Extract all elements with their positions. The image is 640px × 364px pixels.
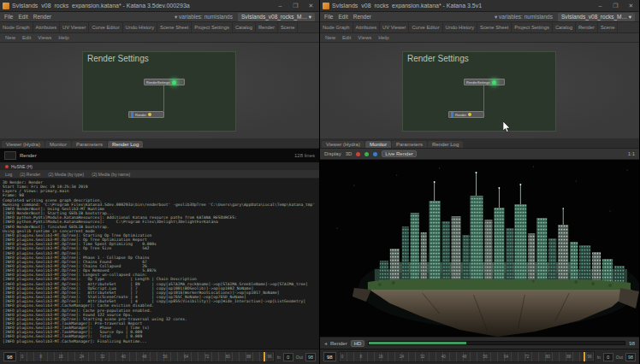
blue-channel-toggle[interactable] xyxy=(373,152,377,156)
toolbar-tab[interactable]: Project Settings xyxy=(512,22,553,32)
panel-menu-item[interactable]: Help xyxy=(58,35,68,40)
toolbar-tab[interactable]: Undo History xyxy=(123,22,158,32)
ruler-label: 16 xyxy=(59,355,63,361)
toolbar-tab[interactable]: Attributes xyxy=(353,22,381,32)
menu-item[interactable]: Edit xyxy=(18,14,27,20)
toolbar-tab[interactable]: Scene Sheet xyxy=(477,22,512,32)
view-mode-dropdown[interactable]: 3D xyxy=(346,151,353,156)
menu-item[interactable]: File xyxy=(324,14,333,20)
toolbar-tab[interactable]: Catalog xyxy=(233,22,256,32)
panel-tab[interactable]: Parameters xyxy=(392,141,427,148)
toolbar-tab[interactable]: Attributes xyxy=(33,22,61,32)
playhead[interactable] xyxy=(264,352,265,361)
current-frame-field[interactable]: 98 xyxy=(3,352,16,361)
in-field[interactable]: 0 xyxy=(283,353,293,361)
panel-tab[interactable]: Render Log xyxy=(108,141,143,148)
minimize-button[interactable]: – xyxy=(274,3,287,9)
timeline[interactable]: 98 081624324048566472808896 In 0 Out 98 xyxy=(320,349,639,364)
panel-menu-item[interactable]: Help xyxy=(378,35,388,40)
in-field[interactable]: 0 xyxy=(603,353,613,361)
panel-menu-item[interactable]: Views xyxy=(358,35,371,40)
render-viewport[interactable] xyxy=(320,160,639,337)
render-node[interactable]: Render xyxy=(128,111,164,118)
toolbar-tab[interactable]: UV Viewer xyxy=(380,22,409,32)
log-filter-tab[interactable]: (2) Media (by name) xyxy=(92,172,130,177)
toolbar-tab[interactable]: UV Viewer xyxy=(60,22,89,32)
menu-item[interactable]: Edit xyxy=(338,14,347,20)
toolbar-tab[interactable]: Node Graph xyxy=(0,22,33,32)
playhead[interactable] xyxy=(584,352,585,361)
out-field[interactable]: 98 xyxy=(305,353,316,361)
toolbar-tab[interactable]: Undo History xyxy=(443,22,478,32)
toolbar-tab[interactable]: Curve Editor xyxy=(89,22,122,32)
panel-menu-item[interactable]: New xyxy=(5,35,15,40)
log-filter-tab[interactable]: (2) Media (by type) xyxy=(48,172,84,177)
panel-menu-item[interactable]: Edit xyxy=(342,35,351,40)
resolution-badge[interactable]: HD xyxy=(351,340,365,347)
titlebar[interactable]: SvIslands_v08_rocks_expansion.katana* - … xyxy=(320,0,639,12)
timeline-ruler[interactable]: 081624324048566472808896 xyxy=(19,351,275,362)
window-title: SvIslands_v08_rocks_expansion.katana* - … xyxy=(332,3,591,9)
katana-window-left: SvIslands_v08_rocks_expansion.katana* - … xyxy=(0,0,320,364)
render-progress-bar xyxy=(368,341,625,345)
log-line: [INFO plugins.Geolib3-MT.OpTree]: Attrib… xyxy=(3,282,317,286)
toolbar-tab[interactable]: Scene xyxy=(278,22,298,32)
render-thumbnail xyxy=(4,151,16,160)
panel-menu-item[interactable]: Views xyxy=(38,35,51,40)
render-settings-node[interactable]: RenderSettings xyxy=(464,79,505,85)
maximize-button[interactable]: ❐ xyxy=(289,3,302,9)
close-button[interactable]: ✕ xyxy=(305,3,317,9)
current-frame-field[interactable]: 98 xyxy=(323,352,336,361)
ruler-labels: 081624324048566472808896 xyxy=(341,355,592,361)
collapse-arrow-icon[interactable]: ◂ xyxy=(324,340,327,346)
ruler-label: 88 xyxy=(246,355,251,361)
toolbar-tab[interactable]: Curve Editor xyxy=(409,22,442,32)
document-tab[interactable]: SvIslands_v08_rocks_M… ▾ xyxy=(238,13,315,21)
document-tab[interactable]: SvIslands_v08_rocks_M… ▾ xyxy=(558,13,635,21)
menu-item[interactable]: Render xyxy=(353,14,371,20)
variables-dropdown[interactable]: ▾ variables: numIslands xyxy=(175,14,233,21)
toolbar-tab[interactable]: Render xyxy=(256,22,278,32)
toolbar-tab[interactable]: Scene Sheet xyxy=(157,22,192,32)
panel-menu-item[interactable]: New xyxy=(325,35,335,40)
titlebar[interactable]: SvIslands_v08_rocks_expansion.katana* - … xyxy=(0,0,319,12)
toolbar-tab[interactable]: Scene xyxy=(598,22,618,32)
timeline-ruler[interactable]: 081624324048566472808896 xyxy=(339,351,595,362)
close-button[interactable]: ✕ xyxy=(625,3,637,9)
catalog-item-row[interactable]: HuSNE (H) xyxy=(0,162,319,170)
panel-tabs: Viewer (Hydra)MonitorParametersRender Lo… xyxy=(320,138,639,149)
log-filter-tab[interactable]: Log xyxy=(5,172,12,177)
toolbar-tab[interactable]: Render xyxy=(576,22,598,32)
panel-tab[interactable]: Viewer (Hydra) xyxy=(2,141,44,148)
node-graph-panel[interactable]: Render Settings RenderSettings Render xyxy=(0,43,319,138)
panel-tab[interactable]: Monitor xyxy=(45,141,71,148)
timeline[interactable]: 98 081624324048566472808896 In 0 Out 98 xyxy=(0,349,319,364)
panel-tab[interactable]: Render Log xyxy=(428,141,463,148)
in-label: In xyxy=(277,355,281,360)
red-channel-toggle[interactable] xyxy=(356,152,360,156)
backdrop-node[interactable]: Render Settings xyxy=(402,51,556,132)
toolbar-tab[interactable]: Node Graph xyxy=(320,22,353,32)
green-channel-toggle[interactable] xyxy=(364,152,369,156)
live-render-button[interactable]: Live Render xyxy=(382,150,416,157)
panel-tab[interactable]: Parameters xyxy=(72,141,107,148)
menu-item[interactable]: Render xyxy=(33,14,51,20)
menubar: FileEditRender ▾ variables: numIslands S… xyxy=(0,12,319,22)
maximize-button[interactable]: ❐ xyxy=(609,3,622,9)
log-filter-tab[interactable]: (2) Render xyxy=(20,172,40,177)
node-graph-panel[interactable]: Render Settings RenderSettings Render xyxy=(320,43,639,138)
out-field[interactable]: 98 xyxy=(625,353,636,361)
toolbar-tab[interactable]: Project Settings xyxy=(192,22,233,32)
variables-dropdown[interactable]: ▾ variables: numIslands xyxy=(495,14,553,21)
zoom-level[interactable]: 1:1 xyxy=(628,151,635,156)
toolbar-tab[interactable]: Catalog xyxy=(553,22,576,32)
display-dropdown[interactable]: Display xyxy=(324,151,341,156)
panel-tab[interactable]: Monitor xyxy=(365,141,391,148)
render-settings-node[interactable]: RenderSettings xyxy=(144,79,185,85)
menu-item[interactable]: File xyxy=(4,14,13,20)
panel-menu-item[interactable]: Edit xyxy=(22,35,31,40)
minimize-button[interactable]: – xyxy=(594,3,607,9)
render-node[interactable]: Render xyxy=(448,111,484,118)
backdrop-node[interactable]: Render Settings xyxy=(82,51,236,132)
panel-tab[interactable]: Viewer (Hydra) xyxy=(322,141,364,148)
